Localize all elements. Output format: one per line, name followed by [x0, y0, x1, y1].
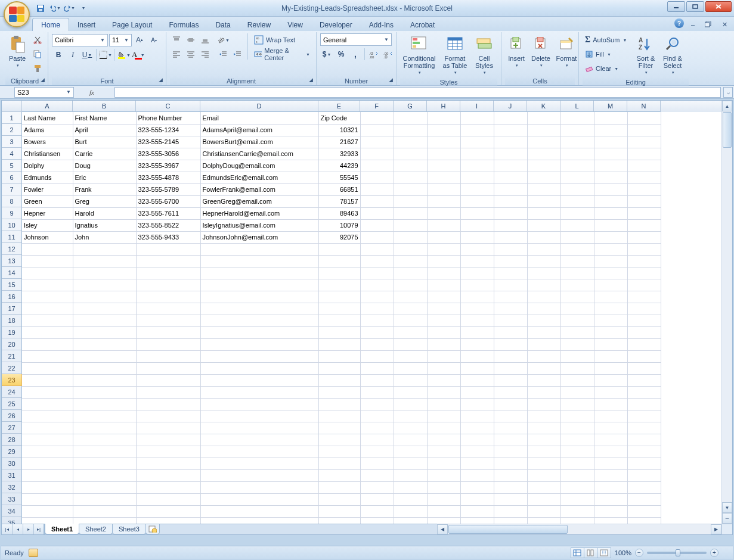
cell-I6[interactable] [460, 172, 494, 183]
cell-J2[interactable] [494, 124, 527, 136]
cell-H14[interactable] [427, 267, 460, 279]
percent-button[interactable]: % [335, 48, 348, 61]
row-header-31[interactable]: 31 [2, 469, 22, 481]
cell-C3[interactable]: 323-555-2145 [136, 136, 200, 148]
cell-H22[interactable] [427, 362, 460, 374]
cell-L7[interactable] [560, 183, 594, 195]
cell-E3[interactable]: 21627 [318, 136, 360, 148]
cell-M28[interactable] [594, 434, 627, 446]
cell-I3[interactable] [460, 136, 494, 148]
font-color-button[interactable]: A▼ [132, 48, 145, 61]
cell-F4[interactable] [360, 148, 394, 160]
row-header-25[interactable]: 25 [2, 398, 22, 410]
cell-K14[interactable] [527, 267, 560, 279]
cell-L6[interactable] [560, 172, 594, 183]
cell-K2[interactable] [527, 124, 560, 136]
ribbon-tab-add-ins[interactable]: Add-Ins [361, 18, 402, 31]
cell-C4[interactable]: 323-555-3056 [136, 148, 200, 160]
row-header-13[interactable]: 13 [2, 255, 22, 267]
cell-E5[interactable]: 44239 [318, 160, 360, 172]
cell-J19[interactable] [494, 326, 527, 338]
cell-I7[interactable] [460, 183, 494, 195]
cell-M26[interactable] [594, 410, 627, 422]
cell-K30[interactable] [527, 458, 560, 469]
cell-I20[interactable] [460, 338, 494, 350]
cell-L4[interactable] [560, 148, 594, 160]
cell-N5[interactable] [627, 160, 661, 172]
cell-G7[interactable] [394, 183, 427, 195]
row-header-5[interactable]: 5 [2, 160, 22, 172]
cell-G2[interactable] [394, 124, 427, 136]
cell-H35[interactable] [427, 517, 460, 524]
cell-J34[interactable] [494, 505, 527, 517]
cell-N22[interactable] [627, 362, 661, 374]
cell-I10[interactable] [460, 219, 494, 231]
cell-A27[interactable] [22, 422, 73, 434]
cell-M14[interactable] [594, 267, 627, 279]
ribbon-tab-home[interactable]: Home [32, 18, 69, 31]
cell-I12[interactable] [460, 243, 494, 255]
cell-E19[interactable] [318, 326, 360, 338]
cell-A8[interactable]: Green [22, 195, 73, 207]
cell-I1[interactable] [460, 112, 494, 124]
scroll-right-button[interactable]: ▶ [711, 524, 721, 534]
cell-J29[interactable] [494, 446, 527, 458]
cell-A33[interactable] [22, 493, 73, 505]
row-header-3[interactable]: 3 [2, 136, 22, 148]
cell-G30[interactable] [394, 458, 427, 469]
comma-button[interactable]: , [349, 48, 362, 61]
cell-B35[interactable] [73, 517, 136, 524]
cell-B20[interactable] [73, 338, 136, 350]
cell-E22[interactable] [318, 362, 360, 374]
cell-M13[interactable] [594, 255, 627, 267]
cell-E25[interactable] [318, 398, 360, 410]
cell-E7[interactable]: 66851 [318, 183, 360, 195]
row-header-9[interactable]: 9 [2, 207, 22, 219]
cell-M29[interactable] [594, 446, 627, 458]
cell-L32[interactable] [560, 481, 594, 493]
cell-C17[interactable] [136, 303, 200, 315]
cell-F19[interactable] [360, 326, 394, 338]
cell-B21[interactable] [73, 350, 136, 362]
vscroll-thumb[interactable] [723, 112, 732, 148]
cell-G14[interactable] [394, 267, 427, 279]
cell-M15[interactable] [594, 279, 627, 291]
row-header-34[interactable]: 34 [2, 505, 22, 517]
cell-L22[interactable] [560, 362, 594, 374]
cell-F24[interactable] [360, 386, 394, 398]
cell-G32[interactable] [394, 481, 427, 493]
col-header-L[interactable]: L [560, 101, 594, 112]
horizontal-scrollbar[interactable]: ◀ ▶ [437, 524, 721, 534]
cell-B23[interactable] [73, 374, 136, 386]
cell-K4[interactable] [527, 148, 560, 160]
col-header-J[interactable]: J [494, 101, 527, 112]
cell-J13[interactable] [494, 255, 527, 267]
cell-A32[interactable] [22, 481, 73, 493]
cell-N12[interactable] [627, 243, 661, 255]
cell-G6[interactable] [394, 172, 427, 183]
doc-restore-button[interactable] [702, 18, 714, 30]
cell-N31[interactable] [627, 469, 661, 481]
cell-N24[interactable] [627, 386, 661, 398]
cell-I35[interactable] [460, 517, 494, 524]
cell-L5[interactable] [560, 160, 594, 172]
cell-D30[interactable] [200, 458, 318, 469]
cell-H31[interactable] [427, 469, 460, 481]
cell-H7[interactable] [427, 183, 460, 195]
cell-M32[interactable] [594, 481, 627, 493]
cell-N4[interactable] [627, 148, 661, 160]
font-name-combo[interactable]: Calibri▼ [52, 34, 108, 46]
cell-K35[interactable] [527, 517, 560, 524]
scroll-up-button[interactable]: ▲ [722, 101, 732, 111]
cell-J27[interactable] [494, 422, 527, 434]
cell-B6[interactable]: Eric [73, 172, 136, 183]
cell-I23[interactable] [460, 374, 494, 386]
cell-I2[interactable] [460, 124, 494, 136]
cell-H28[interactable] [427, 434, 460, 446]
cell-N7[interactable] [627, 183, 661, 195]
cell-C35[interactable] [136, 517, 200, 524]
row-header-11[interactable]: 11 [2, 231, 22, 243]
cell-C6[interactable]: 323-555-4878 [136, 172, 200, 183]
cell-D20[interactable] [200, 338, 318, 350]
cell-M34[interactable] [594, 505, 627, 517]
